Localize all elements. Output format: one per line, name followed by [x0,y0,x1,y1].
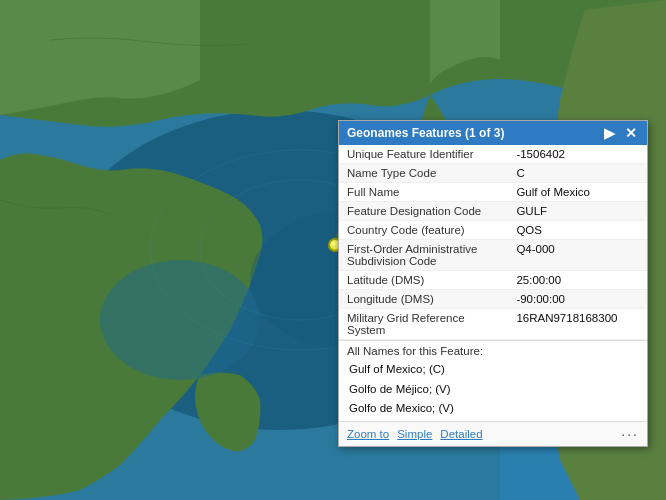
feature-data-table: Unique Feature Identifier -1506402 Name … [339,145,647,340]
names-section: All Names for this Feature: Gulf of Mexi… [339,340,647,421]
field-label: Military Grid Reference System [339,309,508,340]
table-row: Unique Feature Identifier -1506402 [339,145,647,164]
zoom-to-link[interactable]: Zoom to [347,428,389,440]
names-list: Gulf of Mexico; (C)Golfo de Méjico; (V)G… [347,360,639,419]
field-label: Name Type Code [339,164,508,183]
footer-links: Zoom to Simple Detailed [347,428,483,440]
field-label: Full Name [339,183,508,202]
field-label: Longitude (DMS) [339,290,508,309]
field-label: Latitude (DMS) [339,271,508,290]
detailed-link[interactable]: Detailed [440,428,482,440]
field-label: Feature Designation Code [339,202,508,221]
panel-body: Unique Feature Identifier -1506402 Name … [339,145,647,446]
table-row: Latitude (DMS) 25:00:00 [339,271,647,290]
panel-footer: Zoom to Simple Detailed ··· [339,421,647,446]
panel-header-controls: ▶ ✕ [602,126,639,140]
list-item: Golfo de Méjico; (V) [349,380,639,400]
field-value: QOS [508,221,647,240]
field-label: Country Code (feature) [339,221,508,240]
svg-point-2 [100,260,260,380]
field-label: Unique Feature Identifier [339,145,508,164]
map-container: Geonames Features (1 of 3) ▶ ✕ Unique Fe… [0,0,666,500]
field-value: GULF [508,202,647,221]
geonames-panel: Geonames Features (1 of 3) ▶ ✕ Unique Fe… [338,120,648,447]
names-section-title: All Names for this Feature: [347,345,639,357]
table-row: Military Grid Reference System 16RAN9718… [339,309,647,340]
close-button[interactable]: ✕ [623,126,639,140]
field-value: Q4-000 [508,240,647,271]
next-button[interactable]: ▶ [602,126,617,140]
table-row: Full Name Gulf of Mexico [339,183,647,202]
table-row: Longitude (DMS) -90:00:00 [339,290,647,309]
field-value: 16RAN9718168300 [508,309,647,340]
table-row: First-Order Administrative Subdivision C… [339,240,647,271]
simple-link[interactable]: Simple [397,428,432,440]
panel-title: Geonames Features (1 of 3) [347,126,504,140]
field-value: -1506402 [508,145,647,164]
table-row: Feature Designation Code GULF [339,202,647,221]
field-value: C [508,164,647,183]
more-options-button[interactable]: ··· [621,426,639,442]
field-value: -90:00:00 [508,290,647,309]
panel-header: Geonames Features (1 of 3) ▶ ✕ [339,121,647,145]
table-row: Name Type Code C [339,164,647,183]
field-value: Gulf of Mexico [508,183,647,202]
list-item: Golfo de Mexico; (V) [349,399,639,419]
field-label: First-Order Administrative Subdivision C… [339,240,508,271]
list-item: Gulf of Mexico; (C) [349,360,639,380]
table-row: Country Code (feature) QOS [339,221,647,240]
field-value: 25:00:00 [508,271,647,290]
